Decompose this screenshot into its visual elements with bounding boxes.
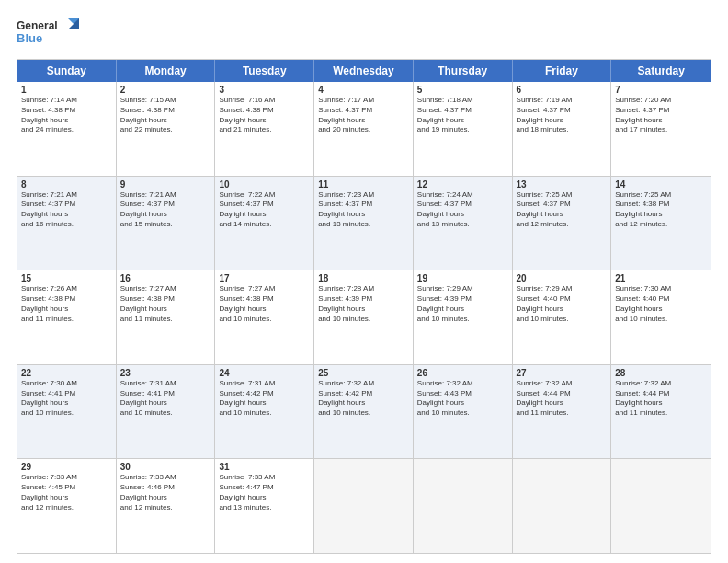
cell-info: Sunrise: 7:29 AMSunset: 4:39 PMDaylight … — [417, 284, 508, 324]
page: General Blue SundayMondayTuesdayWednesda… — [0, 0, 728, 563]
cell-info: Sunrise: 7:27 AMSunset: 4:38 PMDaylight … — [120, 284, 211, 324]
day-number: 29 — [21, 462, 112, 472]
cell-info: Sunrise: 7:31 AMSunset: 4:42 PMDaylight … — [219, 379, 310, 419]
weekday-header: Wednesday — [314, 60, 414, 82]
calendar-cell: 9Sunrise: 7:21 AMSunset: 4:37 PMDaylight… — [117, 177, 216, 270]
logo: General Blue — [17, 17, 81, 50]
day-number: 2 — [120, 85, 211, 95]
day-number: 18 — [318, 273, 409, 283]
cell-info: Sunrise: 7:31 AMSunset: 4:41 PMDaylight … — [120, 379, 211, 419]
day-number: 22 — [21, 368, 112, 378]
day-number: 9 — [120, 179, 211, 190]
cell-info: Sunrise: 7:33 AMSunset: 4:46 PMDaylight … — [120, 473, 211, 512]
cell-info: Sunrise: 7:28 AMSunset: 4:39 PMDaylight … — [318, 284, 409, 324]
cell-info: Sunrise: 7:21 AMSunset: 4:37 PMDaylight … — [21, 190, 112, 230]
cell-info: Sunrise: 7:33 AMSunset: 4:45 PMDaylight … — [21, 473, 112, 512]
calendar-cell: 24Sunrise: 7:31 AMSunset: 4:42 PMDayligh… — [215, 365, 314, 459]
day-number: 21 — [615, 273, 707, 283]
cell-info: Sunrise: 7:30 AMSunset: 4:41 PMDaylight … — [21, 379, 112, 419]
cell-info: Sunrise: 7:32 AMSunset: 4:42 PMDaylight … — [318, 379, 409, 419]
calendar-cell: 27Sunrise: 7:32 AMSunset: 4:44 PMDayligh… — [513, 365, 612, 459]
calendar-cell: 4Sunrise: 7:17 AMSunset: 4:37 PMDaylight… — [314, 82, 414, 176]
calendar-week: 1Sunrise: 7:14 AMSunset: 4:38 PMDaylight… — [17, 82, 711, 177]
cell-info: Sunrise: 7:16 AMSunset: 4:38 PMDaylight … — [219, 96, 310, 135]
day-number: 15 — [21, 273, 112, 283]
day-number: 23 — [120, 368, 211, 378]
cell-info: Sunrise: 7:18 AMSunset: 4:37 PMDaylight … — [417, 96, 508, 135]
weekday-header: Friday — [513, 60, 612, 82]
cell-info: Sunrise: 7:22 AMSunset: 4:37 PMDaylight … — [219, 190, 310, 230]
day-number: 30 — [120, 462, 211, 472]
weekday-header: Sunday — [17, 60, 117, 82]
calendar-cell: 13Sunrise: 7:25 AMSunset: 4:37 PMDayligh… — [513, 177, 612, 270]
calendar-cell: 7Sunrise: 7:20 AMSunset: 4:37 PMDaylight… — [611, 82, 711, 176]
calendar-week: 8Sunrise: 7:21 AMSunset: 4:37 PMDaylight… — [17, 177, 711, 271]
calendar-cell: 16Sunrise: 7:27 AMSunset: 4:38 PMDayligh… — [117, 270, 216, 364]
day-number: 24 — [219, 368, 310, 378]
day-number: 27 — [517, 368, 608, 378]
cell-info: Sunrise: 7:26 AMSunset: 4:38 PMDaylight … — [21, 284, 112, 324]
day-number: 8 — [21, 179, 112, 190]
calendar-week: 15Sunrise: 7:26 AMSunset: 4:38 PMDayligh… — [17, 270, 711, 365]
calendar: SundayMondayTuesdayWednesdayThursdayFrid… — [17, 59, 711, 554]
calendar-cell: 31Sunrise: 7:33 AMSunset: 4:47 PMDayligh… — [215, 459, 314, 553]
day-number: 1 — [21, 85, 112, 95]
cell-info: Sunrise: 7:23 AMSunset: 4:37 PMDaylight … — [318, 190, 409, 230]
svg-text:Blue: Blue — [17, 31, 42, 45]
weekday-header: Tuesday — [215, 60, 314, 82]
calendar-cell: 11Sunrise: 7:23 AMSunset: 4:37 PMDayligh… — [314, 177, 414, 270]
cell-info: Sunrise: 7:25 AMSunset: 4:37 PMDaylight … — [517, 190, 608, 230]
cell-info: Sunrise: 7:20 AMSunset: 4:37 PMDaylight … — [615, 96, 707, 135]
cell-info: Sunrise: 7:24 AMSunset: 4:37 PMDaylight … — [417, 190, 508, 230]
calendar-cell: 19Sunrise: 7:29 AMSunset: 4:39 PMDayligh… — [414, 270, 513, 364]
cell-info: Sunrise: 7:32 AMSunset: 4:44 PMDaylight … — [615, 379, 707, 419]
calendar-cell — [314, 459, 414, 553]
day-number: 12 — [417, 179, 508, 190]
day-number: 26 — [417, 368, 508, 378]
day-number: 6 — [517, 85, 608, 95]
header: General Blue — [17, 17, 711, 50]
calendar-body: 1Sunrise: 7:14 AMSunset: 4:38 PMDaylight… — [17, 82, 711, 553]
day-number: 10 — [219, 179, 310, 190]
calendar-cell: 1Sunrise: 7:14 AMSunset: 4:38 PMDaylight… — [17, 82, 117, 176]
calendar-cell: 25Sunrise: 7:32 AMSunset: 4:42 PMDayligh… — [314, 365, 414, 459]
day-number: 14 — [615, 179, 707, 190]
calendar-cell: 17Sunrise: 7:27 AMSunset: 4:38 PMDayligh… — [215, 270, 314, 364]
cell-info: Sunrise: 7:15 AMSunset: 4:38 PMDaylight … — [120, 96, 211, 135]
day-number: 17 — [219, 273, 310, 283]
day-number: 28 — [615, 368, 707, 378]
cell-info: Sunrise: 7:30 AMSunset: 4:40 PMDaylight … — [615, 284, 707, 324]
calendar-cell: 20Sunrise: 7:29 AMSunset: 4:40 PMDayligh… — [513, 270, 612, 364]
day-number: 16 — [120, 273, 211, 283]
day-number: 3 — [219, 85, 310, 95]
calendar-cell: 28Sunrise: 7:32 AMSunset: 4:44 PMDayligh… — [611, 365, 711, 459]
cell-info: Sunrise: 7:17 AMSunset: 4:37 PMDaylight … — [318, 96, 409, 135]
day-number: 5 — [417, 85, 508, 95]
day-number: 25 — [318, 368, 409, 378]
cell-info: Sunrise: 7:19 AMSunset: 4:37 PMDaylight … — [517, 96, 608, 135]
calendar-cell — [513, 459, 612, 553]
calendar-cell: 8Sunrise: 7:21 AMSunset: 4:37 PMDaylight… — [17, 177, 117, 270]
calendar-cell: 30Sunrise: 7:33 AMSunset: 4:46 PMDayligh… — [117, 459, 216, 553]
logo-svg: General Blue — [17, 17, 81, 50]
calendar-cell: 12Sunrise: 7:24 AMSunset: 4:37 PMDayligh… — [414, 177, 513, 270]
calendar-cell: 3Sunrise: 7:16 AMSunset: 4:38 PMDaylight… — [215, 82, 314, 176]
calendar-cell: 2Sunrise: 7:15 AMSunset: 4:38 PMDaylight… — [117, 82, 216, 176]
calendar-week: 22Sunrise: 7:30 AMSunset: 4:41 PMDayligh… — [17, 365, 711, 460]
calendar-cell: 22Sunrise: 7:30 AMSunset: 4:41 PMDayligh… — [17, 365, 117, 459]
day-number: 4 — [318, 85, 409, 95]
cell-info: Sunrise: 7:25 AMSunset: 4:38 PMDaylight … — [615, 190, 707, 230]
day-number: 19 — [417, 273, 508, 283]
weekday-header: Thursday — [414, 60, 513, 82]
cell-info: Sunrise: 7:21 AMSunset: 4:37 PMDaylight … — [120, 190, 211, 230]
cell-info: Sunrise: 7:32 AMSunset: 4:44 PMDaylight … — [517, 379, 608, 419]
calendar-cell: 6Sunrise: 7:19 AMSunset: 4:37 PMDaylight… — [513, 82, 612, 176]
weekday-header: Saturday — [611, 60, 711, 82]
calendar-cell: 18Sunrise: 7:28 AMSunset: 4:39 PMDayligh… — [314, 270, 414, 364]
cell-info: Sunrise: 7:29 AMSunset: 4:40 PMDaylight … — [517, 284, 608, 324]
calendar-cell — [611, 459, 711, 553]
calendar-cell — [414, 459, 513, 553]
calendar-cell: 23Sunrise: 7:31 AMSunset: 4:41 PMDayligh… — [117, 365, 216, 459]
cell-info: Sunrise: 7:14 AMSunset: 4:38 PMDaylight … — [21, 96, 112, 135]
calendar-cell: 29Sunrise: 7:33 AMSunset: 4:45 PMDayligh… — [17, 459, 117, 553]
